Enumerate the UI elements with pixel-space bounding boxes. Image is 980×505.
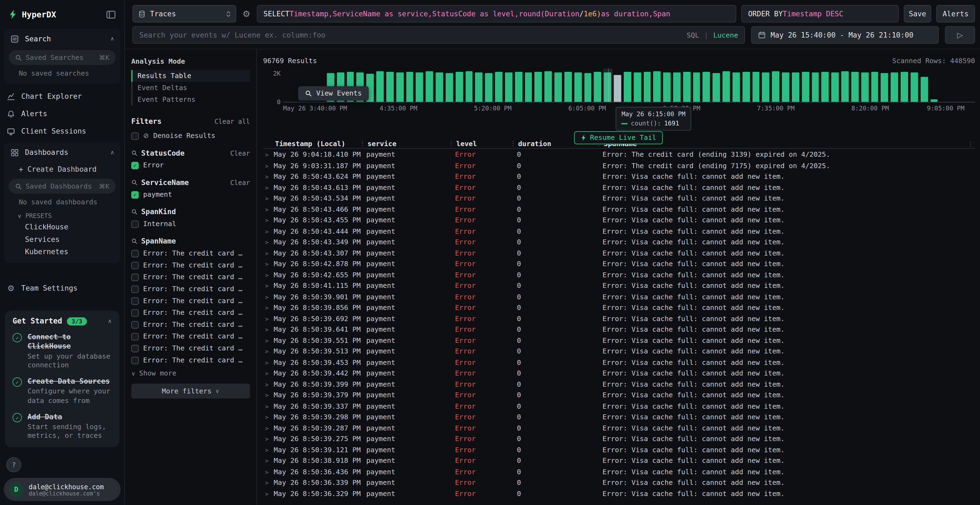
row-expand-chevron[interactable]: > — [263, 305, 274, 311]
filter-option-error[interactable]: Error — [131, 161, 250, 169]
row-expand-chevron[interactable]: > — [263, 272, 274, 278]
filter-clear-link[interactable]: Clear — [230, 149, 250, 157]
row-expand-chevron[interactable]: > — [263, 370, 274, 377]
histogram-bar[interactable] — [911, 73, 918, 102]
histogram-bar[interactable] — [683, 71, 690, 102]
histogram-bar[interactable] — [633, 73, 641, 102]
resume-live-tail-button[interactable]: Resume Live Tail — [574, 131, 663, 144]
get-started-header[interactable]: Get Started 3/3 ∧ — [13, 317, 112, 326]
row-expand-chevron[interactable]: > — [263, 228, 274, 235]
table-row[interactable]: >May 26 8:50:39.551 PMpaymentError0Error… — [263, 335, 975, 346]
source-settings-gear-icon[interactable]: ⚙ — [241, 9, 251, 19]
table-row[interactable]: >May 26 9:04:18.410 PMpaymentError0Error… — [263, 149, 975, 160]
app-logo[interactable]: HyperDX — [9, 9, 56, 19]
table-row[interactable]: >May 26 8:50:39.121 PMpaymentError0Error… — [263, 445, 975, 456]
histogram-bar[interactable] — [713, 73, 720, 102]
histogram-bar[interactable] — [624, 72, 631, 102]
chevron-up-icon[interactable]: ∧ — [110, 36, 115, 42]
row-expand-chevron[interactable]: > — [263, 315, 274, 322]
get-started-step[interactable]: ✓Add DataStart sending logs, metrics, or… — [13, 412, 112, 441]
clear-all-filters-link[interactable]: Clear all — [215, 118, 250, 125]
table-row[interactable]: >May 26 8:50:41.115 PMpaymentError0Error… — [263, 281, 975, 291]
row-expand-chevron[interactable]: > — [263, 260, 274, 267]
histogram-bar[interactable] — [733, 72, 740, 102]
table-row[interactable]: >May 26 8:50:39.298 PMpaymentError0Error… — [263, 412, 975, 422]
show-more-link[interactable]: ∨ Show more — [131, 369, 250, 377]
table-row[interactable]: >May 26 8:50:39.692 PMpaymentError0Error… — [263, 313, 975, 324]
table-row[interactable]: >May 26 8:50:43.613 PMpaymentError0Error… — [263, 182, 975, 193]
histogram-bar[interactable] — [445, 73, 453, 102]
histogram-bar[interactable] — [416, 72, 423, 102]
row-expand-chevron[interactable]: > — [263, 151, 274, 158]
histogram-bar[interactable] — [851, 72, 859, 102]
row-expand-chevron[interactable]: > — [263, 239, 274, 246]
filter-option-spanname[interactable]: Error: The credit card … — [131, 297, 250, 305]
chevron-up-icon[interactable]: ∧ — [108, 318, 112, 324]
histogram-bar[interactable] — [772, 71, 780, 102]
histogram-bar[interactable] — [920, 77, 928, 102]
histogram-bar[interactable] — [376, 71, 383, 102]
search-icon[interactable] — [131, 150, 137, 156]
analysis-mode-option[interactable]: Results Table — [131, 70, 250, 82]
save-button[interactable]: Save — [904, 5, 931, 22]
saved-searches-field[interactable] — [25, 53, 95, 62]
filter-option-spanname[interactable]: Error: The credit card … — [131, 321, 250, 329]
checkbox-unchecked[interactable] — [131, 333, 139, 340]
search-icon[interactable] — [131, 179, 137, 186]
histogram-bar[interactable] — [555, 73, 562, 102]
histogram-bar[interactable] — [525, 73, 532, 102]
table-row[interactable]: >May 26 8:50:43.349 PMpaymentError0Error… — [263, 237, 975, 248]
histogram-bar[interactable] — [495, 72, 503, 102]
histogram-bar[interactable] — [485, 73, 492, 102]
table-row[interactable]: >May 26 8:50:36.329 PMpaymentError0Error… — [263, 488, 975, 499]
checkbox-unchecked[interactable] — [131, 356, 139, 364]
table-row[interactable]: >May 26 8:50:36.436 PMpaymentError0Error… — [263, 466, 975, 477]
histogram-bar[interactable] — [594, 71, 601, 102]
checkbox-unchecked[interactable] — [131, 132, 139, 140]
histogram-bar[interactable] — [614, 75, 621, 102]
checkbox-checked[interactable] — [131, 191, 139, 199]
presets-toggle[interactable]: ∨ PRESETS — [4, 207, 121, 221]
histogram-bar[interactable] — [426, 71, 433, 102]
sidebar-item-client-sessions[interactable]: Client Sessions — [0, 122, 124, 140]
row-expand-chevron[interactable]: > — [263, 283, 274, 289]
table-row[interactable]: >May 26 8:50:39.287 PMpaymentError0Error… — [263, 422, 975, 434]
sidebar-preset-item[interactable]: Kubernetes — [4, 245, 121, 258]
checkbox-unchecked[interactable] — [131, 309, 139, 316]
row-expand-chevron[interactable]: > — [263, 392, 274, 399]
filter-option-spanname[interactable]: Error: The credit card … — [131, 356, 250, 364]
sidebar-preset-item[interactable]: Services — [4, 233, 121, 245]
alerts-button[interactable]: Alerts — [936, 5, 975, 22]
get-started-step[interactable]: ✓Create Data SourcesConfigure where your… — [13, 377, 112, 406]
histogram-bar[interactable] — [930, 99, 937, 102]
histogram-bar[interactable] — [792, 73, 799, 102]
row-expand-chevron[interactable]: > — [263, 381, 274, 388]
histogram-bar[interactable] — [881, 73, 888, 102]
table-row[interactable]: >May 26 8:50:39.856 PMpaymentError0Error… — [263, 302, 975, 313]
histogram-bar[interactable] — [466, 71, 473, 102]
row-expand-chevron[interactable]: > — [263, 446, 274, 453]
filter-option-spanname[interactable]: Error: The credit card … — [131, 332, 250, 340]
row-expand-chevron[interactable]: > — [263, 326, 274, 333]
row-expand-chevron[interactable]: > — [263, 250, 274, 257]
histogram-bar[interactable] — [584, 73, 592, 102]
table-row[interactable]: >May 26 8:50:42.655 PMpaymentError0Error… — [263, 270, 975, 281]
time-range-picker[interactable]: May 26 15:40:00 - May 26 21:10:00 — [751, 26, 939, 43]
histogram-bar[interactable] — [673, 73, 681, 102]
checkbox-unchecked[interactable] — [131, 285, 139, 293]
filter-option-spanname[interactable]: Error: The credit card … — [131, 261, 250, 269]
histogram-bar[interactable] — [722, 71, 730, 102]
saved-dashboards-input[interactable]: ⌘K — [9, 179, 116, 194]
search-icon[interactable] — [131, 209, 137, 215]
orderby-editor[interactable]: ORDER BY Timestamp DESC — [741, 5, 899, 22]
more-filters-button[interactable]: More filters ∨ — [131, 384, 250, 399]
denoise-toggle[interactable]: ⊘ Denoise Results — [131, 132, 250, 140]
column-header-level[interactable]: level — [455, 140, 517, 148]
sidebar-item-search[interactable]: Search ∧ — [4, 30, 121, 48]
view-events-button[interactable]: View Events — [298, 86, 369, 101]
table-row[interactable]: >May 26 8:50:36.339 PMpaymentError0Error… — [263, 477, 975, 488]
row-expand-chevron[interactable]: > — [263, 206, 274, 213]
saved-dashboards-field[interactable] — [25, 182, 95, 190]
histogram-bar[interactable] — [891, 72, 898, 102]
row-expand-chevron[interactable]: > — [263, 293, 274, 300]
